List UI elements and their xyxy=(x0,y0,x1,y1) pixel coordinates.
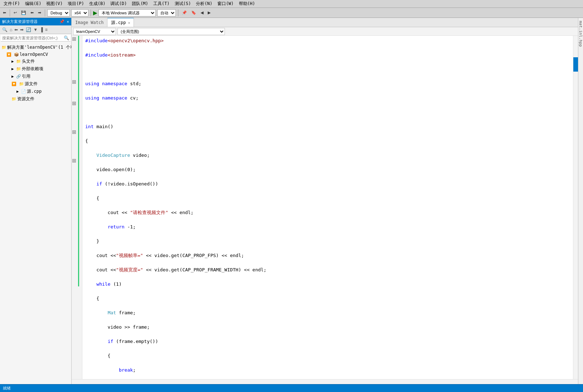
code-gutter: - - - - - xyxy=(72,36,82,379)
toolbar-btn-extra2[interactable]: 🔖 xyxy=(190,10,198,16)
toolbar-forward[interactable]: ➡ xyxy=(37,10,43,16)
toolbar-sep-1 xyxy=(10,9,10,16)
fold-2[interactable]: - xyxy=(72,80,76,84)
toolbar-btn-extra4[interactable]: ▶ xyxy=(206,10,212,16)
search-icon: 🔍 xyxy=(64,35,69,40)
tab-source-cpp-label: 源.cpp xyxy=(111,20,126,26)
scope-dropdown[interactable]: (全局范围) xyxy=(117,28,225,35)
panel-tool-forward[interactable]: ➡ xyxy=(19,26,24,33)
toolbar-back[interactable]: ⬅ xyxy=(29,10,35,16)
header-files-node[interactable]: ▶ 📁 头文件 xyxy=(0,58,71,65)
fold-4[interactable]: - xyxy=(72,130,76,134)
toolbar-undo[interactable]: ↩ xyxy=(12,10,18,16)
main-layout: 解决方案资源管理器 📌 ✕ 🔍 ⌂ ⬅ ➡ 🔄 ▼ ▐ ≡ 🔍 📁 解决方案'l… xyxy=(0,18,583,384)
toolbar-sep-4 xyxy=(178,9,178,16)
project-node[interactable]: 🔽 📦 learnOpenCV xyxy=(0,51,71,58)
project-name: learnOpenCV xyxy=(20,52,48,57)
file-dropdown[interactable]: learnOpenCV xyxy=(73,28,116,35)
tab-image-watch-label: Image Watch xyxy=(75,20,103,25)
fold-3[interactable]: - xyxy=(72,102,76,105)
panel-tool-collapse[interactable]: ▐ xyxy=(39,26,44,33)
search-input[interactable] xyxy=(2,36,64,40)
header-files-label: 头文件 xyxy=(22,58,35,64)
panel-pin-icon[interactable]: 📌 ✕ xyxy=(59,19,69,24)
external-deps-node[interactable]: ▶ 📁 外部依赖项 xyxy=(0,65,71,73)
panel-tool-home[interactable]: ⌂ xyxy=(9,26,13,33)
menu-tools[interactable]: 工具(T) xyxy=(151,0,172,8)
cpp-icon: ▶ 📄 xyxy=(16,89,26,94)
solution-panel: 解决方案资源管理器 📌 ✕ 🔍 ⌂ ⬅ ➡ 🔄 ▼ ▐ ≡ 🔍 📁 解决方案'l… xyxy=(0,18,72,384)
menu-debug[interactable]: 调试(D) xyxy=(108,0,129,8)
debug-mode-dropdown[interactable]: Debug xyxy=(47,9,70,16)
main-toolbar: ⬅ ↩ 💾 ⬅ ➡ Debug x64 ▶ 本地 Windows 调试器 自动 … xyxy=(0,8,583,18)
solution-label: 解决方案'learnOpenCV'(1 个项目) xyxy=(7,44,71,50)
menu-team[interactable]: 团队(M) xyxy=(130,0,150,8)
folder-icon: ▶ 📁 xyxy=(11,59,21,64)
source-cpp-node[interactable]: ▶ 📄 源.cpp xyxy=(0,88,71,95)
menu-build[interactable]: 生成(B) xyxy=(87,0,108,8)
run-button[interactable]: ▶ xyxy=(93,10,97,16)
toolbar-save[interactable]: 💾 xyxy=(20,10,28,16)
folder-icon2: ▶ 📁 xyxy=(11,67,21,71)
project-icon: 🔽 📦 xyxy=(6,52,19,57)
references-label: 引用 xyxy=(22,73,30,79)
panel-tool-menu[interactable]: ≡ xyxy=(44,26,48,33)
panel-title: 解决方案资源管理器 xyxy=(2,19,38,24)
search-bar: 🔍 xyxy=(1,35,71,42)
menu-file[interactable]: 文件(F) xyxy=(1,0,22,8)
solution-icon: 📁 xyxy=(1,45,6,50)
fold-1[interactable]: - xyxy=(72,37,76,41)
solution-tree: 📁 解决方案'learnOpenCV'(1 个项目) 🔽 📦 learnOpen… xyxy=(0,42,71,384)
panel-header: 解决方案资源管理器 📌 ✕ xyxy=(0,18,71,25)
status-bar: 就绪 xyxy=(0,384,583,392)
menu-bar: 文件(F) 编辑(E) 视图(V) 项目(P) 生成(B) 调试(D) 团队(M… xyxy=(0,0,583,8)
source-folder-icon: 🔽 📁 xyxy=(11,82,24,86)
platform-dropdown[interactable]: x64 xyxy=(71,9,88,16)
ref-icon: ▶ 🔗 xyxy=(11,74,21,79)
references-node[interactable]: ▶ 🔗 引用 xyxy=(0,73,71,80)
menu-help[interactable]: 帮助(H) xyxy=(237,0,257,8)
solution-root[interactable]: 📁 解决方案'learnOpenCV'(1 个项目) xyxy=(0,44,71,51)
status-text: 就绪 xyxy=(3,386,11,391)
menu-window[interactable]: 窗口(W) xyxy=(215,0,236,8)
content-area: Image Watch 源.cpp ✕ learnOpenCV (全局范围) -… xyxy=(72,18,578,384)
toolbar-btn-extra1[interactable]: 📌 xyxy=(180,10,188,16)
toolbar-sep-2 xyxy=(45,9,45,16)
toolbar-btn-1[interactable]: ⬅ xyxy=(1,10,8,16)
tab-close-icon[interactable]: ✕ xyxy=(128,21,130,25)
editor-toolbar: learnOpenCV (全局范围) xyxy=(72,27,578,36)
panel-tool-search[interactable]: 🔍 xyxy=(1,26,8,33)
menu-edit[interactable]: 编辑(E) xyxy=(23,0,44,8)
toolbar-sep-3 xyxy=(91,9,91,16)
tab-bar: Image Watch 源.cpp ✕ xyxy=(72,18,578,27)
mat-inl-tab[interactable]: mat.inl.hpp xyxy=(578,21,583,47)
panel-toolbar: 🔍 ⌂ ⬅ ➡ 🔄 ▼ ▐ ≡ xyxy=(0,25,71,34)
vertical-scrollbar[interactable] xyxy=(573,36,578,379)
source-cpp-label: 源.cpp xyxy=(27,88,42,95)
code-editor[interactable]: #include<opencv2\opencv.hpp> #include<io… xyxy=(82,36,573,379)
horizontal-scrollbar[interactable] xyxy=(72,379,578,384)
fold-5[interactable]: - xyxy=(72,159,76,163)
toolbar-btn-extra3[interactable]: ◀ xyxy=(199,10,205,16)
resource-files-node[interactable]: 📁 资源文件 xyxy=(0,95,71,103)
tab-image-watch[interactable]: Image Watch xyxy=(72,18,107,27)
menu-analyze[interactable]: 分析(N) xyxy=(194,0,215,8)
source-files-node[interactable]: 🔽 📁 源文件 xyxy=(0,80,71,88)
panel-tool-filter[interactable]: ▼ xyxy=(33,26,38,33)
tab-source-cpp[interactable]: 源.cpp ✕ xyxy=(107,18,134,27)
change-indicator xyxy=(78,36,79,286)
right-tab-area: mat.inl.hpp xyxy=(578,18,583,384)
scrollbar-thumb[interactable] xyxy=(573,57,578,72)
menu-view[interactable]: 视图(V) xyxy=(44,0,65,8)
external-deps-label: 外部依赖项 xyxy=(22,66,43,72)
res-folder-icon: 📁 xyxy=(11,97,16,101)
auto-dropdown[interactable]: 自动 xyxy=(157,9,176,16)
code-container: - - - - - #include<opencv2\opencv.hpp> #… xyxy=(72,36,578,379)
menu-test[interactable]: 测试(S) xyxy=(173,0,193,8)
panel-tool-back[interactable]: ⬅ xyxy=(14,26,19,33)
source-files-label: 源文件 xyxy=(25,81,38,87)
run-target-dropdown[interactable]: 本地 Windows 调试器 xyxy=(98,9,156,16)
menu-project[interactable]: 项目(P) xyxy=(66,0,86,8)
panel-tool-sync[interactable]: 🔄 xyxy=(25,26,32,33)
resource-files-label: 资源文件 xyxy=(17,96,34,102)
